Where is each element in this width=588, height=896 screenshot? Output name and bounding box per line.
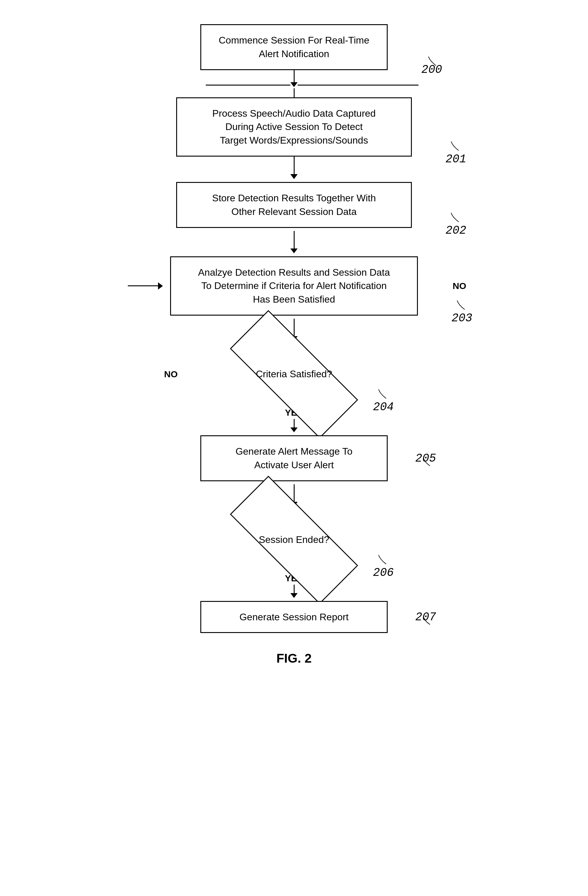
- node-205-line1: Generate Alert Message To: [236, 446, 352, 457]
- node-201: Process Speech/Audio Data Captured Durin…: [176, 98, 412, 157]
- ref-201: 201: [446, 152, 466, 166]
- node-203-wrapper: Analzye Detection Results and Session Da…: [170, 256, 418, 315]
- node-206-diamond-wrapper: Session Ended?: [219, 510, 369, 570]
- no-left-label: NO: [164, 369, 178, 379]
- no-right-label: NO: [453, 281, 466, 291]
- node-205: Generate Alert Message To Activate User …: [201, 435, 387, 481]
- arrow-seg-1: [294, 70, 295, 82]
- node-203-line3: Has Been Satisfied: [253, 294, 335, 305]
- left-entry-arrow: [128, 282, 163, 290]
- ref-203: 203: [452, 312, 472, 325]
- node-202-wrapper: Store Detection Results Together With Ot…: [176, 182, 412, 228]
- node-205-wrapper: Generate Alert Message To Activate User …: [201, 435, 387, 481]
- yes-line-206: [294, 585, 295, 594]
- ref-arrow-202: [450, 211, 468, 223]
- node-200-wrapper: Commence Session For Real-Time Alert Not…: [201, 24, 387, 70]
- node-206-wrapper: Session Ended? 206: [219, 510, 369, 570]
- node-201-line1: Process Speech/Audio Data Captured: [213, 108, 376, 119]
- node-201-line2: During Active Session To Detect: [225, 121, 363, 132]
- node-207-wrapper: Generate Session Report 207: [201, 601, 387, 633]
- node-202-line1: Store Detection Results Together With: [212, 192, 376, 203]
- ref-arrow-203: [456, 299, 474, 311]
- arrow-line-205-206: [294, 484, 295, 503]
- ref-202: 202: [446, 224, 466, 237]
- ref-arrow-207: [422, 617, 438, 626]
- ref-arrow-201: [450, 140, 468, 152]
- node-202: Store Detection Results Together With Ot…: [176, 182, 412, 228]
- left-arrow-line: [128, 285, 158, 286]
- node-205-line2: Activate User Alert: [254, 460, 334, 470]
- node-201-wrapper: Process Speech/Audio Data Captured Durin…: [176, 98, 412, 157]
- ref-204: 204: [373, 401, 394, 413]
- node-201-line3: Target Words/Expressions/Sounds: [220, 135, 368, 146]
- node-203-line1: Analzye Detection Results and Session Da…: [198, 267, 390, 278]
- yes-arrowhead-204: [290, 427, 298, 432]
- merge-arrowhead: [290, 82, 298, 88]
- node-207: Generate Session Report: [201, 601, 387, 633]
- node-207-text: Generate Session Report: [239, 611, 348, 622]
- left-arrowhead: [158, 282, 163, 290]
- arrowhead-202-203: [290, 248, 298, 253]
- flowchart-diagram: Commence Session For Real-Time Alert Not…: [113, 18, 475, 666]
- node-203-line2: To Determine if Criteria for Alert Notif…: [201, 280, 387, 291]
- yes-arrowhead-206: [290, 593, 298, 598]
- ref-206: 206: [373, 566, 394, 579]
- node-204-diamond-wrapper: Criteria Satisfied?: [219, 344, 369, 404]
- left-loop-line: [206, 85, 290, 85]
- arrow-seg-2: [294, 88, 295, 98]
- ref-arrow-204: [377, 388, 395, 400]
- node-204-wrapper: Criteria Satisfied? 204 NO: [219, 344, 369, 404]
- arrow-line-202-203: [294, 231, 295, 249]
- node-202-line2: Other Relevant Session Data: [231, 206, 357, 217]
- arrow-200-to-loop: [113, 70, 475, 98]
- arrow-201-202: [294, 157, 295, 175]
- node-200-text: Commence Session For Real-Time Alert Not…: [219, 35, 369, 59]
- arrow-line-203-204: [294, 318, 295, 337]
- right-loop-top-line: [298, 85, 418, 85]
- node-200: Commence Session For Real-Time Alert Not…: [201, 24, 387, 70]
- node-203: Analzye Detection Results and Session Da…: [170, 256, 418, 315]
- ref-arrow-200: [427, 55, 445, 67]
- node-204-text: Criteria Satisfied?: [256, 369, 333, 380]
- yes-line-204: [294, 419, 295, 428]
- ref-arrow-205: [422, 458, 438, 467]
- ref-arrow-206: [377, 553, 395, 565]
- figure-caption: FIG. 2: [277, 651, 312, 666]
- node-206-text: Session Ended?: [259, 534, 329, 546]
